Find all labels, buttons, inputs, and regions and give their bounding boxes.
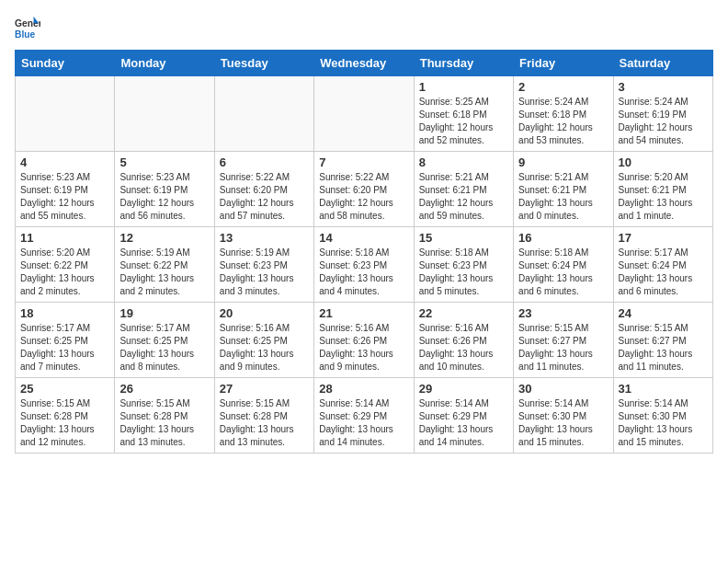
day-info: Sunrise: 5:24 AM Sunset: 6:19 PM Dayligh… (619, 96, 708, 147)
day-number: 31 (619, 382, 708, 396)
weekday-header-friday: Friday (514, 51, 613, 76)
calendar-cell: 27Sunrise: 5:15 AM Sunset: 6:28 PM Dayli… (214, 378, 313, 454)
day-info: Sunrise: 5:20 AM Sunset: 6:21 PM Dayligh… (619, 171, 708, 223)
calendar-cell (16, 76, 115, 152)
calendar-cell (214, 76, 313, 152)
day-info: Sunrise: 5:17 AM Sunset: 6:24 PM Dayligh… (619, 247, 708, 298)
day-number: 28 (319, 382, 408, 396)
calendar-cell: 7Sunrise: 5:22 AM Sunset: 6:20 PM Daylig… (314, 152, 414, 227)
day-info: Sunrise: 5:15 AM Sunset: 6:27 PM Dayligh… (518, 322, 608, 373)
calendar-cell: 25Sunrise: 5:15 AM Sunset: 6:28 PM Dayli… (16, 378, 115, 454)
day-info: Sunrise: 5:23 AM Sunset: 6:19 PM Dayligh… (20, 171, 109, 223)
day-info: Sunrise: 5:18 AM Sunset: 6:23 PM Dayligh… (419, 247, 508, 298)
weekday-header-row: SundayMondayTuesdayWednesdayThursdayFrid… (16, 51, 713, 76)
calendar-cell (115, 76, 214, 152)
calendar-cell: 21Sunrise: 5:16 AM Sunset: 6:26 PM Dayli… (314, 303, 414, 378)
day-info: Sunrise: 5:16 AM Sunset: 6:26 PM Dayligh… (419, 322, 508, 373)
calendar-cell: 26Sunrise: 5:15 AM Sunset: 6:28 PM Dayli… (115, 378, 214, 454)
week-row-2: 4Sunrise: 5:23 AM Sunset: 6:19 PM Daylig… (16, 152, 713, 227)
svg-text:Blue: Blue (15, 29, 36, 40)
day-info: Sunrise: 5:16 AM Sunset: 6:25 PM Dayligh… (220, 322, 309, 373)
day-number: 18 (20, 306, 109, 320)
week-row-5: 25Sunrise: 5:15 AM Sunset: 6:28 PM Dayli… (16, 378, 713, 454)
day-number: 4 (20, 155, 109, 169)
day-info: Sunrise: 5:14 AM Sunset: 6:29 PM Dayligh… (419, 397, 508, 449)
calendar-cell (314, 76, 414, 152)
day-info: Sunrise: 5:22 AM Sunset: 6:20 PM Dayligh… (319, 171, 408, 223)
day-number: 30 (518, 382, 608, 396)
day-number: 16 (518, 231, 608, 245)
day-info: Sunrise: 5:15 AM Sunset: 6:27 PM Dayligh… (619, 322, 708, 373)
day-number: 10 (619, 155, 708, 169)
day-number: 3 (619, 80, 708, 94)
calendar-cell: 6Sunrise: 5:22 AM Sunset: 6:20 PM Daylig… (214, 152, 313, 227)
day-number: 21 (319, 306, 408, 320)
day-number: 26 (119, 382, 209, 396)
day-number: 20 (220, 306, 309, 320)
day-info: Sunrise: 5:17 AM Sunset: 6:25 PM Dayligh… (119, 322, 209, 373)
week-row-4: 18Sunrise: 5:17 AM Sunset: 6:25 PM Dayli… (16, 303, 713, 378)
day-info: Sunrise: 5:17 AM Sunset: 6:25 PM Dayligh… (20, 322, 109, 373)
weekday-header-saturday: Saturday (613, 51, 712, 76)
day-number: 25 (20, 382, 109, 396)
day-number: 1 (419, 80, 508, 94)
calendar-cell: 5Sunrise: 5:23 AM Sunset: 6:19 PM Daylig… (115, 152, 214, 227)
day-info: Sunrise: 5:19 AM Sunset: 6:23 PM Dayligh… (220, 247, 309, 298)
logo-icon: General Blue (15, 15, 40, 40)
calendar-cell: 13Sunrise: 5:19 AM Sunset: 6:23 PM Dayli… (214, 227, 313, 303)
calendar-cell: 31Sunrise: 5:14 AM Sunset: 6:30 PM Dayli… (613, 378, 712, 454)
calendar-cell: 2Sunrise: 5:24 AM Sunset: 6:18 PM Daylig… (514, 76, 613, 152)
calendar-cell: 4Sunrise: 5:23 AM Sunset: 6:19 PM Daylig… (16, 152, 115, 227)
calendar-cell: 22Sunrise: 5:16 AM Sunset: 6:26 PM Dayli… (414, 303, 513, 378)
calendar-cell: 14Sunrise: 5:18 AM Sunset: 6:23 PM Dayli… (314, 227, 414, 303)
day-info: Sunrise: 5:14 AM Sunset: 6:30 PM Dayligh… (619, 397, 708, 449)
day-number: 13 (220, 231, 309, 245)
day-number: 22 (419, 306, 508, 320)
calendar-cell: 8Sunrise: 5:21 AM Sunset: 6:21 PM Daylig… (414, 152, 513, 227)
calendar-cell: 16Sunrise: 5:18 AM Sunset: 6:24 PM Dayli… (514, 227, 613, 303)
day-info: Sunrise: 5:21 AM Sunset: 6:21 PM Dayligh… (518, 171, 608, 223)
day-info: Sunrise: 5:22 AM Sunset: 6:20 PM Dayligh… (220, 171, 309, 223)
day-number: 6 (220, 155, 309, 169)
day-info: Sunrise: 5:24 AM Sunset: 6:18 PM Dayligh… (518, 96, 608, 147)
calendar-cell: 11Sunrise: 5:20 AM Sunset: 6:22 PM Dayli… (16, 227, 115, 303)
week-row-1: 1Sunrise: 5:25 AM Sunset: 6:18 PM Daylig… (16, 76, 713, 152)
day-number: 19 (119, 306, 209, 320)
calendar-cell: 15Sunrise: 5:18 AM Sunset: 6:23 PM Dayli… (414, 227, 513, 303)
day-number: 5 (119, 155, 209, 169)
day-number: 12 (119, 231, 209, 245)
calendar-cell: 24Sunrise: 5:15 AM Sunset: 6:27 PM Dayli… (613, 303, 712, 378)
day-info: Sunrise: 5:21 AM Sunset: 6:21 PM Dayligh… (419, 171, 508, 223)
day-number: 17 (619, 231, 708, 245)
calendar-cell: 12Sunrise: 5:19 AM Sunset: 6:22 PM Dayli… (115, 227, 214, 303)
day-info: Sunrise: 5:18 AM Sunset: 6:24 PM Dayligh… (518, 247, 608, 298)
day-info: Sunrise: 5:14 AM Sunset: 6:30 PM Dayligh… (518, 397, 608, 449)
week-row-3: 11Sunrise: 5:20 AM Sunset: 6:22 PM Dayli… (16, 227, 713, 303)
day-number: 8 (419, 155, 508, 169)
weekday-header-monday: Monday (115, 51, 214, 76)
day-info: Sunrise: 5:16 AM Sunset: 6:26 PM Dayligh… (319, 322, 408, 373)
day-info: Sunrise: 5:15 AM Sunset: 6:28 PM Dayligh… (220, 397, 309, 449)
weekday-header-tuesday: Tuesday (214, 51, 313, 76)
calendar-table: SundayMondayTuesdayWednesdayThursdayFrid… (15, 50, 713, 454)
day-info: Sunrise: 5:14 AM Sunset: 6:29 PM Dayligh… (319, 397, 408, 449)
day-info: Sunrise: 5:15 AM Sunset: 6:28 PM Dayligh… (20, 397, 109, 449)
calendar-cell: 18Sunrise: 5:17 AM Sunset: 6:25 PM Dayli… (16, 303, 115, 378)
day-number: 29 (419, 382, 508, 396)
calendar-cell: 23Sunrise: 5:15 AM Sunset: 6:27 PM Dayli… (514, 303, 613, 378)
calendar-cell: 20Sunrise: 5:16 AM Sunset: 6:25 PM Dayli… (214, 303, 313, 378)
calendar-cell: 1Sunrise: 5:25 AM Sunset: 6:18 PM Daylig… (414, 76, 513, 152)
day-info: Sunrise: 5:15 AM Sunset: 6:28 PM Dayligh… (119, 397, 209, 449)
weekday-header-wednesday: Wednesday (314, 51, 414, 76)
day-number: 14 (319, 231, 408, 245)
day-info: Sunrise: 5:25 AM Sunset: 6:18 PM Dayligh… (419, 96, 508, 147)
calendar-cell: 17Sunrise: 5:17 AM Sunset: 6:24 PM Dayli… (613, 227, 712, 303)
calendar-cell: 19Sunrise: 5:17 AM Sunset: 6:25 PM Dayli… (115, 303, 214, 378)
weekday-header-thursday: Thursday (414, 51, 513, 76)
day-info: Sunrise: 5:18 AM Sunset: 6:23 PM Dayligh… (319, 247, 408, 298)
day-number: 15 (419, 231, 508, 245)
calendar-cell: 28Sunrise: 5:14 AM Sunset: 6:29 PM Dayli… (314, 378, 414, 454)
day-number: 11 (20, 231, 109, 245)
day-number: 23 (518, 306, 608, 320)
svg-text:General: General (15, 18, 40, 29)
